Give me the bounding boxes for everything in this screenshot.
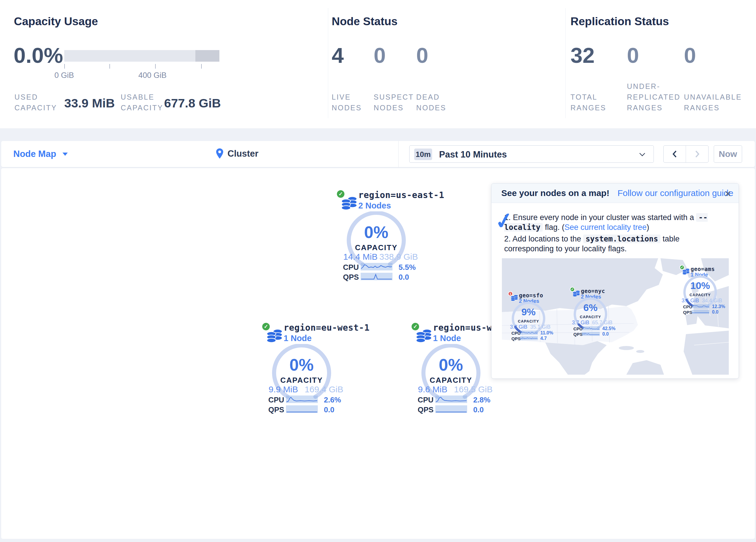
capacity-used: 3.7 GiB <box>572 320 589 326</box>
region-name: geo=nyc <box>581 288 605 294</box>
map-region-geo-nyc[interactable]: ✓ geo=nyc 2 Nodes 6% CAPACITY 3.7 GiB 65… <box>570 287 628 342</box>
qps-label: QPS <box>683 310 692 315</box>
now-button[interactable]: Now <box>714 145 742 163</box>
step-text: Add locations to the <box>513 234 583 243</box>
healthy-badge-icon: ✓ <box>680 265 685 270</box>
tick <box>64 64 65 69</box>
divider <box>398 141 399 167</box>
divider <box>328 8 328 118</box>
qps-value: 0.0 <box>399 273 409 282</box>
cpu-sparkline <box>286 396 318 403</box>
tick <box>109 64 110 69</box>
capacity-label: CAPACITY <box>681 293 719 297</box>
qps-sparkline <box>286 405 318 413</box>
breadcrumb-label: Cluster <box>227 148 258 159</box>
cpu-value: 2.6% <box>324 396 341 405</box>
dead-nodes-count: 0 <box>416 43 428 68</box>
capacity-percent: 0% <box>344 222 408 242</box>
cpu-label: CPU <box>343 263 359 272</box>
capacity-total: 34.4 GiB <box>702 298 722 304</box>
capacity-percent: 9% <box>510 306 547 318</box>
close-icon[interactable]: × <box>725 187 731 200</box>
qps-sparkline <box>520 336 538 340</box>
capacity-label: CAPACITY <box>419 376 483 385</box>
capacity-bar <box>64 50 219 62</box>
capacity-total: 169.4 GiB <box>305 385 343 394</box>
suspect-nodes-label: SUSPECT NODES <box>374 92 413 113</box>
capacity-percent: 6% <box>572 302 609 313</box>
suspect-nodes-count: 0 <box>374 43 386 68</box>
cpu-value: 12.3% <box>712 304 725 309</box>
qps-sparkline <box>692 310 709 314</box>
qps-sparkline <box>435 405 467 413</box>
step-text: ) <box>647 223 649 231</box>
step-text: flag. ( <box>543 223 564 231</box>
qps-label: QPS <box>573 332 583 337</box>
locality-tree-link[interactable]: See current locality tree <box>564 223 647 231</box>
cpu-value: 42.5% <box>602 326 615 331</box>
total-ranges-count: 32 <box>570 43 594 68</box>
qps-value: 0.0 <box>324 405 334 414</box>
map-region-geo-sfo[interactable]: 1 geo=sfo 2 Nodes 9% CAPACITY 3.2 GiB 35… <box>508 291 566 346</box>
capacity-used: 9.6 MiB <box>418 385 447 394</box>
replication-status-title: Replication Status <box>570 15 669 28</box>
now-button-label: Now <box>719 149 737 159</box>
usable-capacity-value: 677.8 GiB <box>164 96 221 110</box>
setup-step-1: 1. Ensure every node in your cluster was… <box>504 212 728 232</box>
capacity-label: CAPACITY <box>344 243 408 252</box>
healthy-badge-icon: ✓ <box>570 287 575 292</box>
node-status-title: Node Status <box>332 15 398 28</box>
chevron-right-icon <box>695 150 700 158</box>
cpu-label: CPU <box>268 396 284 405</box>
tick <box>201 64 202 69</box>
dead-nodes-label: DEAD NODES <box>416 92 454 113</box>
used-capacity-label: USED CAPACITY <box>14 92 62 113</box>
cpu-label: CPU <box>418 396 434 405</box>
divider <box>565 8 566 118</box>
tick-label-400: 400 GiB <box>138 71 167 80</box>
capacity-usage-percent: 0.0% <box>14 43 63 68</box>
unavailable-label: UNAVAILABLE RANGES <box>684 92 742 113</box>
stats-bar: Capacity Usage 0.0% 0 GiB 400 GiB USED C… <box>0 0 756 128</box>
view-selector-dropdown[interactable]: Node Map <box>13 149 68 159</box>
time-range-badge: 10m <box>414 148 432 160</box>
world-map-preview: 1 geo=sfo 2 Nodes 9% CAPACITY 3.2 GiB 35… <box>502 258 729 375</box>
capacity-total: 65.7 GiB <box>592 320 612 326</box>
time-forward-button[interactable] <box>686 146 708 162</box>
qps-value: 0.0 <box>602 332 609 337</box>
region-node-count: 1 Node <box>433 334 461 343</box>
qps-label: QPS <box>343 273 359 282</box>
capacity-label: CAPACITY <box>510 319 547 324</box>
map-pin-icon <box>215 147 225 160</box>
capacity-used: 3.2 GiB <box>510 324 527 330</box>
region-name: geo=ams <box>691 266 715 272</box>
cpu-label: CPU <box>573 326 583 331</box>
time-range-dropdown[interactable]: 10m Past 10 Minutes <box>409 145 654 163</box>
breadcrumb[interactable]: Cluster <box>215 147 258 160</box>
region-name: geo=sfo <box>519 292 543 299</box>
total-ranges-label: TOTAL RANGES <box>570 92 611 113</box>
live-nodes-count: 4 <box>332 43 344 68</box>
capacity-percent: 0% <box>419 355 483 374</box>
healthy-badge-icon: ✓ <box>336 190 345 198</box>
cpu-sparkline <box>361 263 392 270</box>
time-step-buttons <box>663 145 709 163</box>
capacity-used: 9.9 MiB <box>269 385 298 394</box>
map-region-geo-ams[interactable]: ✓ geo=ams 1 Node 10% CAPACITY 3.6 GiB 34… <box>680 265 729 320</box>
capacity-percent: 10% <box>681 280 719 291</box>
healthy-badge-icon: ✓ <box>411 322 420 331</box>
popup-title: See your nodes on a map! <box>501 188 609 198</box>
time-range-label: Past 10 Minutes <box>439 149 507 160</box>
time-back-button[interactable] <box>664 146 686 162</box>
region-name: region=us-east-1 <box>358 190 444 200</box>
checkmark-icon: ✓ <box>493 207 515 235</box>
region-group-eu-west-1[interactable]: ✓ region=eu-west-1 1 Node 0% CAPACITY 9.… <box>262 320 395 416</box>
region-group-us-east-1[interactable]: ✓ region=us-east-1 2 Nodes 0% CAPACITY 1… <box>336 187 469 283</box>
configuration-guide-link[interactable]: Follow our configuration guide <box>617 188 733 198</box>
qps-label: QPS <box>418 405 434 414</box>
capacity-percent: 0% <box>270 355 333 374</box>
chevron-down-icon <box>639 152 645 156</box>
qps-value: 0.0 <box>712 310 718 315</box>
used-capacity-value: 33.9 MiB <box>64 96 115 110</box>
region-node-count: 2 Nodes <box>358 201 391 210</box>
